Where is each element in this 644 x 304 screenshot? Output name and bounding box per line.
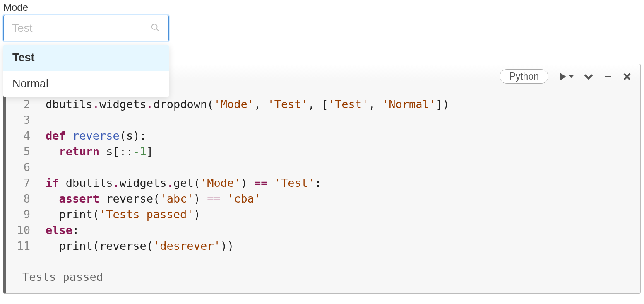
cell-toolbar: Python: [500, 69, 632, 84]
run-icon[interactable]: [557, 71, 574, 82]
mode-combobox-wrapper: Test Normal: [3, 15, 169, 41]
svg-point-0: [152, 24, 157, 29]
code-cell: Python 234567891011 dbutils.widgets.drop…: [3, 64, 641, 294]
chevron-down-icon[interactable]: [583, 71, 594, 82]
line-gutter: 234567891011: [6, 97, 38, 254]
code-content[interactable]: dbutils.widgets.dropdown('Mode', 'Test',…: [38, 97, 640, 254]
svg-marker-3: [569, 75, 574, 78]
search-icon: [151, 23, 160, 34]
mode-dropdown: Test Normal: [3, 45, 169, 97]
dropdown-option-test[interactable]: Test: [3, 45, 169, 71]
dropdown-option-normal[interactable]: Normal: [3, 71, 169, 97]
mode-input[interactable]: [12, 22, 148, 35]
mode-combobox[interactable]: [3, 15, 169, 41]
minimize-icon[interactable]: [603, 72, 613, 82]
svg-line-1: [156, 29, 159, 31]
widget-label: Mode: [3, 2, 641, 13]
close-icon[interactable]: [622, 72, 632, 82]
cell-output: Tests passed: [6, 254, 640, 293]
svg-marker-2: [560, 72, 566, 81]
widget-panel: Mode Test Normal: [0, 0, 644, 49]
language-badge[interactable]: Python: [500, 69, 548, 84]
